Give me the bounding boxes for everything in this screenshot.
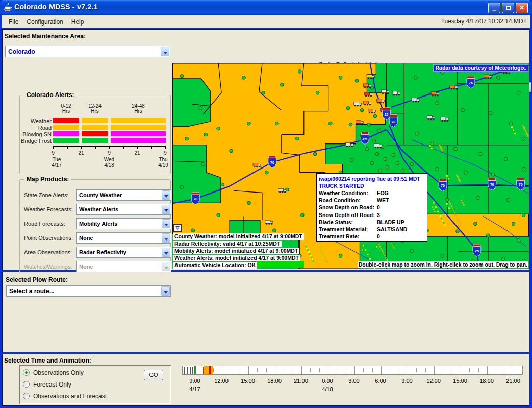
radar-echo bbox=[376, 246, 377, 248]
shield-part bbox=[467, 76, 474, 78]
radio-option-forecast-only[interactable]: Forecast Only bbox=[23, 381, 166, 388]
tooltip-row: Snow Depth on Road:0 bbox=[319, 204, 425, 211]
tooltip-row: Snow Depth off Road:3 bbox=[319, 211, 425, 219]
truck-part bbox=[396, 94, 397, 95]
maximize-button[interactable] bbox=[502, 3, 514, 13]
truck-part bbox=[368, 102, 371, 104]
chevron-down-icon[interactable] bbox=[162, 205, 170, 214]
radio-selected-dot bbox=[25, 371, 28, 374]
rwis-marker-icon bbox=[377, 129, 381, 132]
chevron-down-icon[interactable] bbox=[162, 219, 170, 228]
truck-part bbox=[368, 77, 369, 79]
radio-option-observations-and-forecast[interactable]: Observations and Forecast bbox=[23, 393, 166, 400]
close-button[interactable]: ✕ bbox=[516, 3, 528, 13]
tooltip-row: Treatment Material:SALT/SAND bbox=[319, 226, 425, 233]
truck-part bbox=[353, 102, 359, 105]
radar-echo bbox=[454, 212, 455, 213]
radio-button-icon[interactable] bbox=[23, 393, 30, 399]
truck-part bbox=[354, 105, 356, 106]
radar-echo bbox=[448, 207, 450, 209]
map-marker-icon[interactable]: ▽ bbox=[173, 224, 182, 232]
map-container[interactable]: 707025704707670707025 Radar data courtes… bbox=[172, 63, 529, 269]
chevron-down-icon[interactable] bbox=[162, 233, 170, 243]
radar-echo bbox=[386, 259, 388, 261]
radar-echo bbox=[526, 132, 527, 133]
chevron-down-icon[interactable] bbox=[162, 248, 170, 257]
rwis-marker-icon bbox=[384, 157, 387, 161]
truck-part bbox=[431, 92, 436, 95]
main-panel: Selected Maintenance Area: Colorado Colo… bbox=[2, 29, 529, 270]
radar-echo bbox=[455, 214, 457, 216]
timeline-minor-tick bbox=[266, 368, 267, 372]
chevron-down-icon[interactable] bbox=[161, 286, 170, 296]
product-combo-point-observations-[interactable]: None bbox=[76, 232, 171, 244]
truck-part bbox=[505, 72, 507, 74]
time-animation-panel: Selected Time and Animation: Observation… bbox=[2, 354, 529, 406]
product-label: Point Observations: bbox=[24, 235, 73, 241]
truck-part bbox=[253, 163, 258, 166]
truck-part bbox=[383, 102, 384, 103]
truck-part bbox=[385, 92, 386, 94]
alert-cell-gold bbox=[82, 125, 108, 130]
truck-part bbox=[284, 191, 286, 193]
product-value: Radar Reflectivity bbox=[79, 249, 126, 255]
menu-configuration[interactable]: Configuration bbox=[22, 17, 67, 27]
alerts-day-name: Thu bbox=[159, 157, 167, 162]
alerts-tick-label: 21 bbox=[134, 150, 140, 156]
product-combo-area-observations-[interactable]: Radar Reflectivity bbox=[76, 247, 171, 258]
radar-echo bbox=[440, 215, 441, 217]
radar-echo bbox=[459, 179, 460, 180]
timeline-separator bbox=[381, 366, 382, 374]
radar-echo bbox=[391, 243, 392, 244]
alerts-axis-tick bbox=[53, 146, 54, 149]
rwis-marker-icon bbox=[275, 122, 278, 125]
menu-file[interactable]: File bbox=[5, 17, 22, 27]
radar-echo bbox=[511, 126, 513, 128]
product-combo-weather-forecasts-[interactable]: Weather Alerts bbox=[76, 204, 171, 215]
radar-echo bbox=[526, 134, 528, 135]
truck-part bbox=[490, 77, 491, 79]
plow-route-combo[interactable]: Select a route... bbox=[6, 285, 171, 297]
plow-route-value: Select a route... bbox=[9, 287, 55, 295]
shield-part: 70 bbox=[270, 161, 274, 164]
alert-cell-red bbox=[82, 131, 108, 136]
maintenance-area-combo[interactable]: Colorado bbox=[5, 46, 170, 57]
truck-part bbox=[268, 223, 270, 225]
chevron-down-icon[interactable] bbox=[161, 47, 169, 56]
rwis-marker-icon bbox=[230, 149, 233, 153]
alerts-axis-tick bbox=[123, 146, 124, 149]
rwis-marker-icon bbox=[478, 152, 482, 156]
radar-echo bbox=[448, 178, 449, 179]
product-label: Weather Forecasts: bbox=[24, 206, 73, 212]
go-button[interactable]: GO bbox=[144, 370, 163, 380]
radio-button-icon[interactable] bbox=[23, 381, 30, 388]
alerts-row-label: Weather bbox=[20, 118, 52, 124]
radar-echo bbox=[435, 206, 437, 208]
timeline-minor-tick bbox=[416, 368, 417, 372]
map-credit: Radar data courtesy of Meteorlogix. bbox=[433, 64, 528, 72]
alerts-day-date: 4/18 bbox=[104, 162, 114, 168]
menu-help[interactable]: Help bbox=[67, 17, 88, 27]
radio-button-icon[interactable] bbox=[23, 369, 30, 376]
radar-echo bbox=[446, 203, 448, 205]
chevron-down-icon[interactable] bbox=[162, 190, 170, 200]
tooltip-row-label: Treatment Rate: bbox=[319, 233, 377, 240]
rwis-marker-icon bbox=[346, 106, 350, 110]
timeline-bar[interactable] bbox=[182, 366, 523, 375]
timeline-forecast-window bbox=[204, 366, 213, 374]
product-combo-state-zone-alerts-[interactable]: County Weather bbox=[76, 189, 171, 201]
truck-part bbox=[266, 223, 267, 225]
alerts-axis-tick bbox=[81, 146, 82, 149]
rwis-marker-icon bbox=[504, 157, 508, 161]
timeline-hour-label: 21:00 bbox=[506, 378, 520, 384]
timeline-minor-tick bbox=[231, 368, 231, 372]
truck-part bbox=[484, 75, 489, 78]
alerts-day-date: 4/17 bbox=[52, 162, 61, 168]
radar-echo bbox=[522, 126, 524, 127]
rwis-marker-icon bbox=[396, 161, 399, 165]
truck-part bbox=[351, 146, 353, 147]
product-combo-road-forecasts-[interactable]: Mobility Alerts bbox=[76, 218, 171, 229]
rwis-marker-icon bbox=[221, 183, 224, 186]
minimize-button[interactable]: _ bbox=[488, 3, 500, 13]
radar-echo bbox=[449, 210, 451, 211]
